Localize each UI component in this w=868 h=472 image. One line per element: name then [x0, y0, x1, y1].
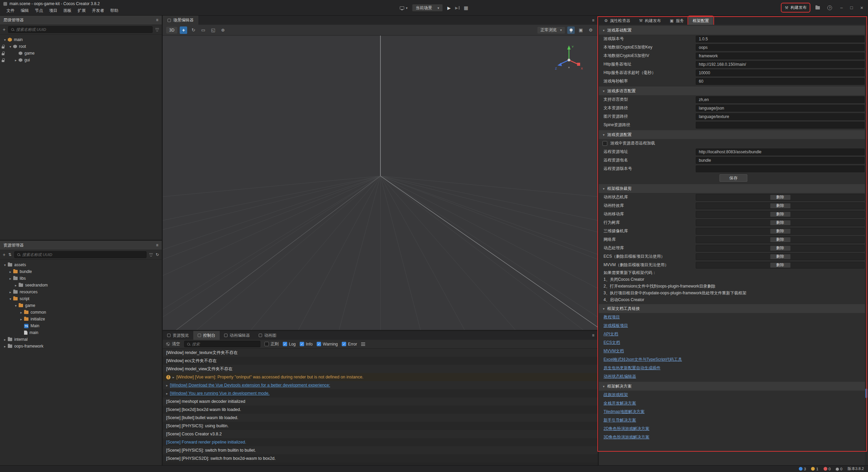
section-header-basic[interactable]: 游戏基础配置 — [599, 26, 868, 35]
scene-gear-button[interactable] — [587, 26, 594, 34]
scrollbar-thumb[interactable] — [865, 389, 867, 398]
field-input[interactable] — [696, 122, 865, 129]
delete-module-button[interactable]: 删除 — [770, 262, 791, 268]
external-link[interactable]: 3D角色扮演游戏解决方案 — [604, 434, 649, 440]
tree-node[interactable]: resources — [0, 289, 162, 295]
device-select[interactable] — [400, 6, 408, 10]
expand-arrow-icon[interactable] — [19, 311, 23, 314]
external-link[interactable]: 2D角色扮演游戏解决方案 — [604, 426, 649, 432]
inspector-scrollbar[interactable] — [865, 25, 868, 465]
warning-count[interactable]: 1 — [811, 467, 818, 471]
delete-module-button[interactable]: 删除 — [770, 229, 791, 234]
help-icon[interactable] — [827, 5, 832, 10]
menu-item[interactable]: 节点 — [32, 7, 46, 14]
tree-node[interactable]: root — [0, 43, 162, 50]
filter-icon[interactable] — [149, 253, 153, 256]
tree-node[interactable]: gui — [0, 57, 162, 63]
external-link[interactable]: ECS文档 — [604, 340, 620, 346]
tab-scene-editor[interactable]: 场景编辑器 — [163, 16, 198, 25]
field-input[interactable]: 10000 — [696, 70, 865, 76]
expand-arrow-icon[interactable] — [8, 270, 13, 274]
field-input[interactable]: 1.0.5 — [696, 36, 865, 42]
console-log-row[interactable]: [Window] render_texture文件夹不存在 — [163, 349, 598, 357]
expand-arrow-icon[interactable] — [3, 263, 7, 267]
external-link[interactable]: API文档 — [604, 331, 618, 337]
panel-menu-icon[interactable] — [156, 18, 158, 22]
play-button[interactable] — [447, 5, 451, 11]
tree-node[interactable]: main — [0, 329, 162, 336]
expand-arrow-icon[interactable] — [3, 38, 7, 42]
external-link[interactable]: 原生包热更新配置自动生成插件 — [604, 365, 660, 371]
delete-module-button[interactable]: 删除 — [770, 245, 791, 251]
tab-framework-config[interactable]: 框架配置 — [689, 17, 713, 25]
delete-module-button[interactable]: 删除 — [770, 203, 791, 209]
tree-node[interactable]: common — [0, 309, 162, 316]
field-input[interactable]: language/json — [696, 105, 865, 112]
rect-tool-button[interactable] — [199, 26, 207, 34]
tab-build-publish[interactable]: 构建发布 — [635, 17, 665, 25]
expand-arrow-icon[interactable] — [3, 345, 7, 348]
maximize-button[interactable] — [850, 5, 853, 11]
filter-error-checkbox[interactable]: Error — [342, 342, 357, 347]
expand-arrow-icon[interactable] — [8, 45, 13, 48]
tab-animation-graph[interactable]: 动画图 — [254, 331, 281, 340]
word-wrap-icon[interactable] — [361, 342, 365, 346]
move-tool-button[interactable] — [180, 26, 187, 34]
tree-node[interactable]: oops-framework — [0, 343, 162, 350]
console-log-row[interactable]: [Window] You are running Vue in developm… — [163, 389, 598, 397]
field-input[interactable] — [696, 165, 865, 172]
hierarchy-search-input[interactable] — [16, 27, 150, 32]
expand-arrow-icon[interactable] — [8, 290, 13, 294]
clear-console-button[interactable]: 清空 — [166, 341, 180, 347]
external-link[interactable]: 全栈开发解决方案 — [604, 400, 636, 406]
scale-tool-button[interactable] — [209, 26, 217, 34]
tree-node[interactable]: assets — [0, 261, 162, 268]
external-link[interactable]: 教程项目 — [604, 314, 620, 320]
notification-count[interactable]: 0 — [836, 467, 842, 471]
console-log-row[interactable]: [Scene] [bullet]:bullet wasm lib loaded. — [163, 414, 598, 422]
field-input[interactable]: zh,en — [696, 96, 865, 103]
tree-node[interactable]: bundle — [0, 268, 162, 275]
delete-module-button[interactable]: 删除 — [770, 254, 791, 259]
console-log-row[interactable]: [Window] [Vue warn]: Property "onInput" … — [163, 373, 598, 381]
menu-item[interactable]: 项目 — [46, 7, 60, 14]
tree-node[interactable]: main — [0, 36, 162, 43]
menu-item[interactable]: 文件 — [3, 7, 18, 14]
panel-menu-icon[interactable] — [592, 333, 598, 338]
project-folder-icon[interactable] — [815, 6, 820, 9]
view-mode-dropdown[interactable]: 正常浏览 — [537, 27, 565, 34]
field-input[interactable]: bundle — [696, 157, 865, 164]
scene-viewport[interactable]: Y X Z — [163, 36, 598, 330]
menu-item[interactable]: 面板 — [60, 7, 75, 14]
tab-console[interactable]: 控制台 — [193, 331, 220, 340]
sort-icon[interactable] — [8, 252, 12, 257]
delete-module-button[interactable]: 删除 — [770, 220, 791, 225]
section-header-language[interactable]: 游戏多语言配置 — [599, 86, 868, 95]
camera-settings-button[interactable] — [577, 26, 585, 34]
tree-node[interactable]: script — [0, 295, 162, 302]
anchor-tool-button[interactable] — [219, 26, 226, 34]
hierarchy-search[interactable] — [8, 26, 153, 33]
panel-menu-icon[interactable] — [156, 243, 158, 248]
expand-arrow-icon[interactable] — [14, 304, 18, 308]
delete-module-button[interactable]: 删除 — [770, 237, 791, 242]
menu-item[interactable]: 开发者 — [89, 7, 107, 14]
mode-3d-button[interactable]: 3D — [166, 27, 177, 34]
console-search[interactable] — [184, 341, 260, 347]
light-toggle-button[interactable] — [567, 26, 575, 34]
tree-node[interactable]: internal — [0, 336, 162, 343]
external-link[interactable]: Tiledmap地图解决方案 — [604, 409, 645, 415]
rotate-tool-button[interactable] — [190, 26, 197, 34]
menu-item[interactable]: 编辑 — [18, 7, 32, 14]
field-input[interactable]: 60 — [696, 78, 865, 85]
save-button[interactable]: 保存 — [719, 174, 747, 182]
field-input[interactable]: http://localhost:8083/assets/bundle — [696, 149, 865, 155]
tab-property-inspector[interactable]: 属性检查器 — [600, 17, 634, 25]
tab-asset-preview[interactable]: 资源预览 — [163, 331, 193, 340]
console-log-row[interactable]: [Window] model_view文件夹不存在 — [163, 365, 598, 373]
tree-node[interactable]: game — [0, 302, 162, 309]
tree-node[interactable]: initialize — [0, 316, 162, 322]
info-count[interactable]: 3 — [799, 467, 806, 471]
console-log-row[interactable]: [Scene] [PHYSICS]: switch from builtin t… — [163, 446, 598, 454]
minimize-button[interactable] — [840, 5, 843, 11]
